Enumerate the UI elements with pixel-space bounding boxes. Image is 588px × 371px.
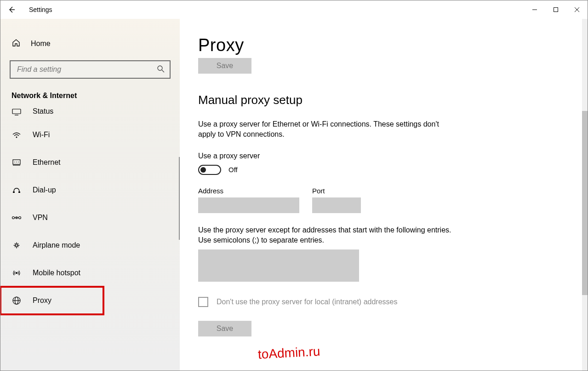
save-button-bottom[interactable]: Save — [198, 321, 251, 336]
local-checkbox-row: Don't use the proxy server for local (in… — [198, 297, 569, 307]
address-label: Address — [198, 187, 299, 195]
sidebar-item-label: Dial-up — [33, 186, 56, 194]
port-label: Port — [312, 187, 361, 195]
svg-line-4 — [575, 7, 579, 12]
maximize-button[interactable] — [545, 2, 566, 17]
globe-icon — [11, 296, 22, 306]
svg-point-12 — [14, 162, 15, 162]
address-port-row: Address Port — [198, 187, 569, 213]
search-input[interactable] — [16, 65, 157, 74]
main-content: Proxy Save Manual proxy setup Use a prox… — [180, 19, 588, 371]
svg-point-13 — [16, 162, 17, 162]
sidebar-item-label: Mobile hotspot — [33, 269, 80, 277]
exceptions-description: Use the proxy server except for addresse… — [198, 225, 456, 246]
svg-point-9 — [16, 137, 17, 138]
sidebar-item-label: Proxy — [33, 296, 51, 305]
main-scrollbar[interactable] — [582, 19, 588, 371]
use-proxy-toggle[interactable] — [198, 165, 221, 175]
app-title: Settings — [29, 6, 52, 13]
scrollbar-thumb[interactable] — [582, 111, 588, 295]
sidebar-item-proxy[interactable]: Proxy — [0, 287, 103, 314]
minimize-button[interactable] — [524, 2, 545, 17]
dialup-icon — [11, 185, 22, 195]
sidebar-nav-list: Status Wi-Fi Ethernet — [0, 107, 180, 314]
sidebar-item-ethernet[interactable]: Ethernet — [0, 149, 180, 176]
sidebar-home[interactable]: Home — [0, 33, 180, 56]
ethernet-icon — [11, 157, 22, 168]
vpn-icon — [11, 213, 22, 223]
status-icon — [11, 107, 22, 117]
port-input[interactable] — [312, 197, 361, 213]
local-addresses-label: Don't use the proxy server for local (in… — [217, 298, 397, 306]
sidebar-item-label: Ethernet — [33, 158, 60, 167]
address-input[interactable] — [198, 197, 299, 213]
sidebar-item-label: Wi-Fi — [33, 131, 50, 139]
sidebar-category-title: Network & Internet — [0, 79, 180, 105]
sidebar-item-status[interactable]: Status — [0, 107, 180, 121]
sidebar-item-dialup[interactable]: Dial-up — [0, 176, 180, 204]
svg-rect-15 — [13, 191, 15, 193]
settings-window: Settings Home — [0, 0, 588, 371]
svg-rect-7 — [12, 109, 21, 114]
svg-point-18 — [19, 217, 21, 219]
svg-line-3 — [575, 7, 579, 12]
svg-point-5 — [158, 66, 162, 70]
svg-line-6 — [162, 70, 164, 72]
airplane-icon — [11, 240, 22, 250]
search-box[interactable] — [10, 60, 171, 79]
page-title: Proxy — [198, 35, 569, 55]
svg-rect-2 — [554, 8, 558, 12]
save-button-top[interactable]: Save — [198, 58, 251, 74]
toggle-knob — [200, 167, 206, 173]
svg-rect-16 — [18, 191, 20, 193]
svg-point-14 — [18, 162, 19, 162]
window-controls — [524, 2, 588, 17]
exceptions-input[interactable] — [198, 249, 359, 282]
sidebar-item-label: VPN — [33, 214, 48, 222]
svg-point-21 — [16, 272, 17, 274]
sidebar-item-airplane[interactable]: Airplane mode — [0, 232, 180, 259]
svg-point-17 — [12, 217, 15, 219]
search-icon — [157, 65, 165, 75]
use-proxy-label: Use a proxy server — [198, 152, 569, 160]
home-icon — [11, 38, 21, 49]
section-description: Use a proxy server for Ethernet or Wi-Fi… — [198, 119, 451, 140]
sidebar-item-label: Airplane mode — [33, 241, 80, 249]
back-button[interactable] — [7, 5, 16, 14]
sidebar-item-hotspot[interactable]: Mobile hotspot — [0, 259, 180, 287]
close-button[interactable] — [566, 2, 588, 17]
titlebar-left: Settings — [7, 5, 52, 14]
sidebar-item-wifi[interactable]: Wi-Fi — [0, 121, 180, 149]
toggle-row: Off — [198, 165, 569, 175]
body: Home Network & Internet Status — [0, 19, 588, 371]
titlebar: Settings — [0, 0, 588, 19]
local-addresses-checkbox[interactable] — [198, 297, 208, 307]
hotspot-icon — [11, 268, 22, 278]
section-title: Manual proxy setup — [198, 93, 569, 107]
sidebar-home-label: Home — [31, 40, 51, 48]
sidebar-item-label: Status — [33, 107, 53, 116]
sidebar-item-vpn[interactable]: VPN — [0, 204, 180, 232]
wifi-icon — [11, 130, 22, 140]
toggle-state-label: Off — [228, 166, 238, 174]
sidebar: Home Network & Internet Status — [0, 19, 180, 371]
